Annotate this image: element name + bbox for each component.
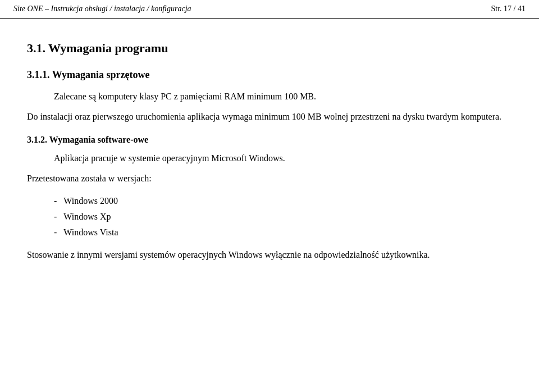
list-item: - Windows Vista <box>54 226 512 239</box>
list-dash-3: - <box>54 226 57 239</box>
subsection-hardware-number: 3.1.1. <box>27 69 50 80</box>
section-number: 3.1. <box>27 41 45 55</box>
section-name: Wymagania programu <box>48 41 168 55</box>
list-dash-2: - <box>54 210 57 224</box>
hardware-paragraph1: Zalecane są komputery klasy PC z pamięci… <box>54 90 512 103</box>
list-item: - Windows Xp <box>54 210 512 224</box>
section-title: 3.1. Wymagania programu <box>27 41 512 56</box>
subsection-software-title: 3.1.2. Wymagania software-owe <box>27 135 512 145</box>
software-footer: Stosowanie z innymi wersjami systemów op… <box>27 248 512 262</box>
list-item-label-1: Windows 2000 <box>63 194 118 208</box>
page-container: Site ONE – Instrukcja obsługi / instalac… <box>0 0 539 392</box>
page-header: Site ONE – Instrukcja obsługi / instalac… <box>0 0 539 19</box>
list-dash-1: - <box>54 194 57 208</box>
software-paragraph1: Aplikacja pracuje w systemie operacyjnym… <box>54 152 512 165</box>
header-title: Site ONE – Instrukcja obsługi / instalac… <box>13 4 191 13</box>
subsection-software-number: 3.1.2. <box>27 135 47 144</box>
subsection-hardware-name: Wymagania sprzętowe <box>52 69 150 80</box>
page-number: Str. 17 <box>491 4 512 13</box>
list-item-label-3: Windows Vista <box>63 226 118 239</box>
page-total: / 41 <box>514 4 526 13</box>
software-list: - Windows 2000 - Windows Xp - Windows Vi… <box>54 194 512 239</box>
header-page: Str. 17 / 41 <box>491 4 526 13</box>
main-content: 3.1. Wymagania programu 3.1.1. Wymagania… <box>0 19 539 280</box>
software-paragraph2: Przetestowana została w wersjach: <box>27 172 512 185</box>
list-item: - Windows 2000 <box>54 194 512 208</box>
hardware-paragraph2: Do instalacji oraz pierwszego uruchomien… <box>27 110 512 124</box>
subsection-software-name: Wymagania software-owe <box>49 135 148 144</box>
list-item-label-2: Windows Xp <box>63 210 111 224</box>
subsection-hardware-title: 3.1.1. Wymagania sprzętowe <box>27 69 512 81</box>
